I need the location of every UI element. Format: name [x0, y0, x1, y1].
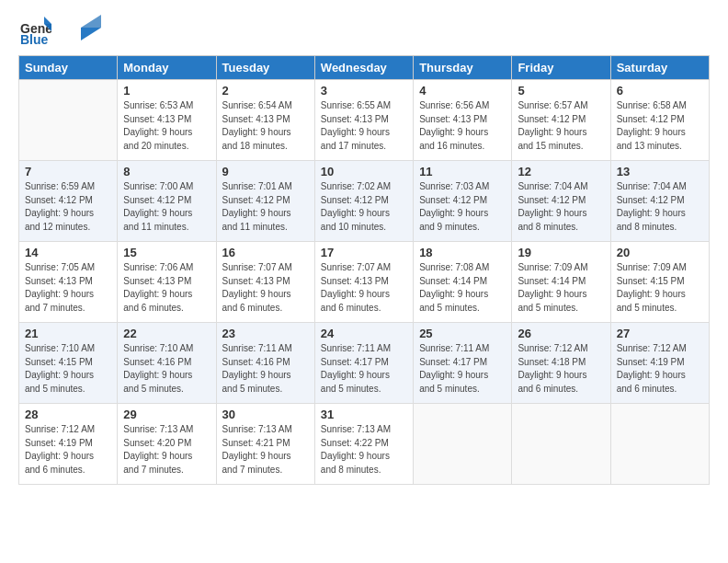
weekday-header-friday: Friday — [512, 56, 610, 80]
day-number: 21 — [25, 327, 111, 340]
calendar-table: SundayMondayTuesdayWednesdayThursdayFrid… — [18, 55, 710, 485]
calendar-cell: 19Sunrise: 7:09 AM Sunset: 4:14 PM Dayli… — [512, 242, 610, 323]
calendar-cell: 9Sunrise: 7:01 AM Sunset: 4:12 PM Daylig… — [216, 161, 314, 242]
svg-marker-5 — [81, 28, 101, 40]
day-number: 31 — [321, 408, 407, 421]
logo-area: General Blue — [18, 15, 55, 48]
day-info: Sunrise: 7:11 AM Sunset: 4:17 PM Dayligh… — [419, 342, 506, 396]
day-number: 15 — [123, 246, 210, 259]
day-number: 1 — [123, 84, 210, 98]
logo-wing-icon — [81, 15, 101, 40]
day-number: 17 — [321, 246, 407, 259]
calendar-cell — [610, 404, 709, 485]
day-info: Sunrise: 6:59 AM Sunset: 4:12 PM Dayligh… — [25, 180, 111, 234]
day-info: Sunrise: 7:11 AM Sunset: 4:17 PM Dayligh… — [321, 342, 407, 396]
calendar-cell — [19, 80, 118, 161]
day-number: 28 — [25, 408, 111, 421]
day-info: Sunrise: 7:13 AM Sunset: 4:22 PM Dayligh… — [321, 423, 407, 477]
weekday-header-saturday: Saturday — [610, 56, 709, 80]
calendar-cell: 8Sunrise: 7:00 AM Sunset: 4:12 PM Daylig… — [118, 161, 216, 242]
day-number: 22 — [123, 327, 210, 340]
calendar-cell: 20Sunrise: 7:09 AM Sunset: 4:15 PM Dayli… — [610, 242, 709, 323]
day-number: 30 — [222, 408, 309, 421]
calendar-cell: 18Sunrise: 7:08 AM Sunset: 4:14 PM Dayli… — [414, 242, 512, 323]
weekday-header-row: SundayMondayTuesdayWednesdayThursdayFrid… — [19, 56, 710, 80]
weekday-header-sunday: Sunday — [19, 56, 118, 80]
day-info: Sunrise: 7:00 AM Sunset: 4:12 PM Dayligh… — [123, 180, 210, 234]
calendar-cell: 28Sunrise: 7:12 AM Sunset: 4:19 PM Dayli… — [19, 404, 118, 485]
weekday-header-tuesday: Tuesday — [216, 56, 314, 80]
day-number: 16 — [222, 246, 309, 259]
day-number: 7 — [25, 165, 111, 178]
day-info: Sunrise: 6:55 AM Sunset: 4:13 PM Dayligh… — [321, 99, 407, 153]
calendar-cell: 30Sunrise: 7:13 AM Sunset: 4:21 PM Dayli… — [216, 404, 314, 485]
calendar-cell — [414, 404, 512, 485]
day-number: 4 — [419, 84, 506, 98]
calendar-cell: 15Sunrise: 7:06 AM Sunset: 4:13 PM Dayli… — [118, 242, 216, 323]
day-info: Sunrise: 7:12 AM Sunset: 4:19 PM Dayligh… — [617, 342, 703, 396]
day-number: 23 — [222, 327, 309, 340]
day-info: Sunrise: 7:07 AM Sunset: 4:13 PM Dayligh… — [321, 261, 407, 315]
day-number: 8 — [123, 165, 210, 178]
calendar-cell — [512, 404, 610, 485]
day-number: 9 — [222, 165, 309, 178]
calendar-cell: 27Sunrise: 7:12 AM Sunset: 4:19 PM Dayli… — [610, 323, 709, 404]
svg-text:Blue: Blue — [20, 32, 49, 47]
day-info: Sunrise: 6:53 AM Sunset: 4:13 PM Dayligh… — [123, 99, 210, 153]
day-info: Sunrise: 6:58 AM Sunset: 4:12 PM Dayligh… — [617, 99, 703, 153]
calendar-week-row: 7Sunrise: 6:59 AM Sunset: 4:12 PM Daylig… — [19, 161, 710, 242]
calendar-cell: 26Sunrise: 7:12 AM Sunset: 4:18 PM Dayli… — [512, 323, 610, 404]
day-number: 2 — [222, 84, 309, 98]
calendar-cell: 24Sunrise: 7:11 AM Sunset: 4:17 PM Dayli… — [314, 323, 413, 404]
day-number: 14 — [25, 246, 111, 259]
calendar-cell: 16Sunrise: 7:07 AM Sunset: 4:13 PM Dayli… — [216, 242, 314, 323]
calendar-cell: 6Sunrise: 6:58 AM Sunset: 4:12 PM Daylig… — [610, 80, 709, 161]
day-number: 18 — [419, 246, 506, 259]
calendar-cell: 25Sunrise: 7:11 AM Sunset: 4:17 PM Dayli… — [414, 323, 512, 404]
day-info: Sunrise: 6:57 AM Sunset: 4:12 PM Dayligh… — [518, 99, 604, 153]
calendar-cell: 2Sunrise: 6:54 AM Sunset: 4:13 PM Daylig… — [216, 80, 314, 161]
day-info: Sunrise: 7:02 AM Sunset: 4:12 PM Dayligh… — [321, 180, 407, 234]
calendar-cell: 7Sunrise: 6:59 AM Sunset: 4:12 PM Daylig… — [19, 161, 118, 242]
day-number: 19 — [518, 246, 604, 259]
day-info: Sunrise: 6:56 AM Sunset: 4:13 PM Dayligh… — [419, 99, 506, 153]
day-number: 5 — [518, 84, 604, 98]
weekday-header-thursday: Thursday — [414, 56, 512, 80]
day-number: 25 — [419, 327, 506, 340]
page: General Blue SundayMondayTuesdayWednesda… — [0, 0, 728, 563]
day-info: Sunrise: 7:04 AM Sunset: 4:12 PM Dayligh… — [617, 180, 703, 234]
day-info: Sunrise: 7:11 AM Sunset: 4:16 PM Dayligh… — [222, 342, 309, 396]
day-info: Sunrise: 6:54 AM Sunset: 4:13 PM Dayligh… — [222, 99, 309, 153]
calendar-week-row: 21Sunrise: 7:10 AM Sunset: 4:15 PM Dayli… — [19, 323, 710, 404]
calendar-cell: 4Sunrise: 6:56 AM Sunset: 4:13 PM Daylig… — [414, 80, 512, 161]
day-info: Sunrise: 7:13 AM Sunset: 4:21 PM Dayligh… — [222, 423, 309, 477]
calendar-cell: 22Sunrise: 7:10 AM Sunset: 4:16 PM Dayli… — [118, 323, 216, 404]
day-number: 29 — [123, 408, 210, 421]
calendar-cell: 13Sunrise: 7:04 AM Sunset: 4:12 PM Dayli… — [610, 161, 709, 242]
day-info: Sunrise: 7:07 AM Sunset: 4:13 PM Dayligh… — [222, 261, 309, 315]
day-info: Sunrise: 7:06 AM Sunset: 4:13 PM Dayligh… — [123, 261, 210, 315]
day-info: Sunrise: 7:04 AM Sunset: 4:12 PM Dayligh… — [518, 180, 604, 234]
calendar-cell: 12Sunrise: 7:04 AM Sunset: 4:12 PM Dayli… — [512, 161, 610, 242]
day-number: 20 — [617, 246, 703, 259]
calendar-cell: 11Sunrise: 7:03 AM Sunset: 4:12 PM Dayli… — [414, 161, 512, 242]
day-info: Sunrise: 7:10 AM Sunset: 4:16 PM Dayligh… — [123, 342, 210, 396]
day-info: Sunrise: 7:01 AM Sunset: 4:12 PM Dayligh… — [222, 180, 309, 234]
day-number: 3 — [321, 84, 407, 98]
svg-marker-3 — [44, 17, 51, 24]
calendar-cell: 29Sunrise: 7:13 AM Sunset: 4:20 PM Dayli… — [118, 404, 216, 485]
calendar-cell: 17Sunrise: 7:07 AM Sunset: 4:13 PM Dayli… — [314, 242, 413, 323]
day-info: Sunrise: 7:05 AM Sunset: 4:13 PM Dayligh… — [25, 261, 111, 315]
calendar-week-row: 14Sunrise: 7:05 AM Sunset: 4:13 PM Dayli… — [19, 242, 710, 323]
day-number: 13 — [617, 165, 703, 178]
day-info: Sunrise: 7:09 AM Sunset: 4:14 PM Dayligh… — [518, 261, 604, 315]
svg-marker-6 — [81, 15, 101, 28]
header: General Blue — [18, 15, 710, 48]
day-info: Sunrise: 7:12 AM Sunset: 4:19 PM Dayligh… — [25, 423, 111, 477]
calendar-cell: 23Sunrise: 7:11 AM Sunset: 4:16 PM Dayli… — [216, 323, 314, 404]
day-number: 11 — [419, 165, 506, 178]
day-number: 6 — [617, 84, 703, 98]
weekday-header-monday: Monday — [118, 56, 216, 80]
calendar-cell: 5Sunrise: 6:57 AM Sunset: 4:12 PM Daylig… — [512, 80, 610, 161]
weekday-header-wednesday: Wednesday — [314, 56, 413, 80]
